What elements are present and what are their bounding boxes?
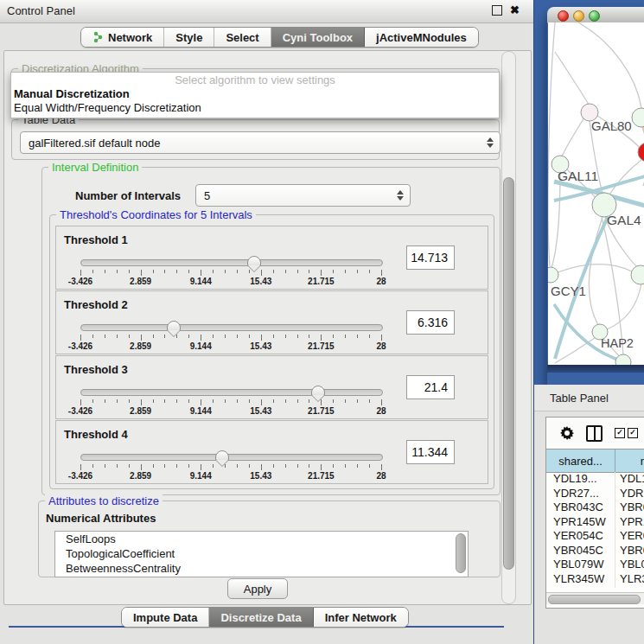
list-scrollbar[interactable] [456,533,466,573]
slider-scale-labels: -3.4262.8599.14415.4321.71528 [80,277,381,287]
dropdown-option-manual[interactable]: Manual Discretization [11,87,499,101]
checkbox-icon[interactable]: ✓ [615,428,625,438]
network-node[interactable] [548,267,558,283]
cell-name[interactable]: YDR2 [615,487,644,501]
network-edge[interactable] [555,52,589,105]
slider-track[interactable] [80,389,383,396]
dropdown-option-equal-width[interactable]: Equal Width/Frequency Discretization [11,101,499,115]
tab-cyni-toolbox[interactable]: Cyni Toolbox [271,28,365,47]
table-row[interactable]: YER054CYER0 [546,529,644,544]
slider-track[interactable] [80,259,383,266]
slider-track[interactable] [80,324,383,331]
stepper-icon [397,190,404,201]
table-row[interactable]: YBL079WYBL0 [546,558,644,572]
network-edge[interactable] [558,265,632,272]
cell-shared-name[interactable]: YLR345W [546,572,615,587]
cell-name[interactable]: YIL0 [615,586,644,588]
num-intervals-combobox[interactable]: 5 [195,184,411,207]
attribute-list-item[interactable]: TopologicalCoefficient [55,546,468,561]
cell-shared-name[interactable]: YBL079W [546,558,615,572]
apply-button[interactable]: Apply [227,578,288,599]
tab-label: Cyni Toolbox [283,31,353,44]
bottom-tab-strip: Impute Data Discretize Data Infer Networ… [121,607,409,628]
tab-select[interactable]: Select [214,28,271,47]
table-row[interactable]: YPR145WYPR1 [546,515,644,530]
slider-track[interactable] [80,454,383,461]
minimize-traffic-light[interactable] [573,10,584,22]
columns-icon[interactable] [586,425,603,442]
cell-name[interactable]: YBR0 [615,544,644,558]
table-hscrollbar-thumb[interactable] [548,595,641,604]
column-header-name[interactable]: name [615,450,644,472]
cell-shared-name[interactable]: YBR043C [546,501,615,515]
network-edge[interactable] [607,284,641,329]
threshold-value-field[interactable]: 21.4 [406,375,455,399]
threshold-value-field[interactable]: 6.316 [406,310,455,335]
threshold-value-field[interactable]: 11.344 [406,440,455,464]
screenshot-root: Control Panel ✖ Network Style Select Cyn… [0,0,644,644]
slider-handle[interactable] [311,386,325,396]
network-edge[interactable] [548,22,555,266]
network-edge[interactable] [578,22,641,108]
panel-scrollbar-thumb[interactable] [503,177,514,570]
close-traffic-light[interactable] [558,10,569,22]
zoom-traffic-light[interactable] [589,10,600,22]
tab-network[interactable]: Network [81,28,164,47]
network-node[interactable] [631,265,644,284]
tab-style[interactable]: Style [164,28,214,47]
tick-label: 21.715 [308,406,335,416]
cell-shared-name[interactable]: YDL19... [546,472,615,487]
cell-shared-name[interactable]: YPR145W [546,515,615,530]
group-title: Interval Definition [48,161,142,174]
gear-icon[interactable] [560,426,574,440]
table-data-combobox[interactable]: galFiltered.sif default node [20,131,501,154]
cell-name[interactable]: YDL1 [615,472,644,487]
threshold-value-field[interactable]: 14.713 [406,245,455,270]
cell-name[interactable]: YBL0 [615,558,644,572]
tab-label: Discretize Data [220,611,301,624]
attributes-group: Attributes to discretize Numerical Attri… [38,501,501,577]
cell-shared-name[interactable]: YER054C [546,529,615,544]
cell-shared-name[interactable]: YBR045C [546,544,615,558]
tick-label: 28 [376,341,386,351]
cell-name[interactable]: YER0 [615,529,644,544]
attribute-list-item[interactable]: BetweennessCentrality [55,561,468,576]
table-row[interactable]: YIL052CYIL0 [546,586,644,588]
network-node[interactable] [632,108,644,127]
network-edge[interactable] [552,173,560,268]
network-edge[interactable] [562,118,584,156]
tab-discretize-data[interactable]: Discretize Data [209,608,313,627]
table-row[interactable]: YDL19...YDL1 [546,472,644,487]
table-row[interactable]: YLR345WYLR3 [546,572,644,587]
cell-name[interactable]: YBR0 [615,501,644,515]
attributes-list[interactable]: SelfLoopsTopologicalCoefficientBetweenne… [54,531,469,577]
tick-label: 2.859 [130,277,151,286]
tick-label: 21.715 [308,341,335,351]
table-row[interactable]: YBR043CYBR0 [546,501,644,515]
network-canvas[interactable]: GAL80GACGAL11GAL4GCY1HHAP2 [548,22,644,365]
cell-shared-name[interactable]: YDR27... [546,487,615,501]
cell-shared-name[interactable]: YIL052C [546,586,615,588]
float-icon[interactable] [492,5,502,16]
tab-jactivemnodules[interactable]: jActiveMNodules [365,28,478,47]
node-label: HAP2 [601,336,634,350]
cell-name[interactable]: YLR3 [615,572,644,587]
attribute-list-item[interactable]: SelfLoops [55,532,468,546]
table-panel-title: Table Panel [550,392,609,405]
network-node[interactable] [615,354,631,365]
table-row[interactable]: YBR045CYBR0 [546,544,644,558]
tab-infer-network[interactable]: Infer Network [314,608,408,627]
slider-handle[interactable] [215,450,229,461]
num-intervals-label: Number of Intervals [75,189,181,202]
column-header-shared-name[interactable]: shared... [546,450,615,472]
slider-handle[interactable] [247,256,261,266]
slider-handle[interactable] [167,321,181,331]
cell-name[interactable]: YPR1 [615,515,644,530]
checkbox-icon[interactable]: ✓ [628,428,638,438]
table-row[interactable]: YDR27...YDR2 [546,487,644,501]
close-icon[interactable]: ✖ [510,5,520,16]
tab-impute-data[interactable]: Impute Data [122,608,209,627]
table-hscrollbar[interactable] [546,592,644,604]
network-node[interactable] [638,143,644,162]
network-edge-thick[interactable] [554,304,626,362]
